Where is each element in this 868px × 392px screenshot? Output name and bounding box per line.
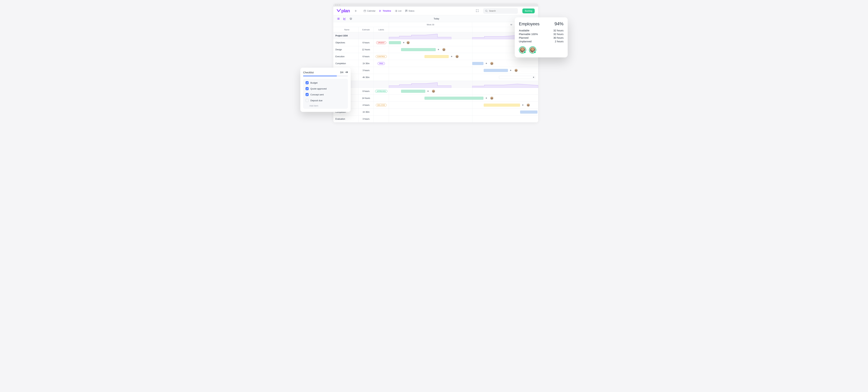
task-name: Execution [333, 53, 359, 60]
task-dot [403, 42, 404, 43]
task-label-cell: DELAYED [374, 102, 389, 108]
checklist-item-label: Deposit due [310, 99, 322, 102]
checkbox[interactable] [306, 81, 309, 84]
gantt-bar[interactable] [401, 90, 425, 93]
chart-icon[interactable] [343, 17, 346, 20]
assignee-avatar[interactable] [432, 89, 435, 93]
task-estimate: 1h 30m [359, 108, 374, 116]
gantt-bar[interactable] [520, 110, 537, 113]
gantt-bar[interactable] [499, 76, 535, 79]
task-estimate: 12 hours [359, 46, 374, 53]
gantt-bar[interactable] [389, 41, 401, 44]
employees-title: Employees [519, 22, 555, 26]
checklist-item[interactable]: Quote approved [305, 86, 346, 91]
employee-avatar[interactable] [529, 46, 536, 54]
status-icon [405, 10, 407, 12]
list-icon [395, 10, 397, 12]
employee-avatar[interactable] [519, 46, 526, 54]
svg-rect-3 [407, 10, 407, 11]
topbar: plan Calendar Timeline List Status [333, 7, 538, 15]
today-label: Today [352, 18, 521, 20]
assignee-avatar[interactable] [490, 96, 494, 100]
view-calendar[interactable]: Calendar [362, 9, 377, 13]
gantt-bar[interactable] [472, 62, 484, 65]
task-row[interactable]: Completion 1h 30m PRIO [333, 60, 538, 67]
col-estimate: Estimate [359, 27, 374, 32]
task-dot [522, 104, 523, 106]
task-estimate: 4 hours [359, 102, 374, 108]
project-row[interactable]: Project 1034 [333, 32, 538, 39]
arrow-right-icon[interactable] [345, 71, 348, 74]
task-row[interactable]: Completion 1h 30m [333, 108, 538, 116]
task-name: Completion [333, 60, 359, 67]
task-dot [486, 63, 487, 64]
employee-stat-row: Planned30 hours [519, 36, 563, 39]
backlog-button[interactable]: Backlog [522, 8, 535, 13]
col-labels: Labels [374, 27, 389, 32]
task-row[interactable]: Execution 6 hours CONTROL [333, 53, 538, 60]
list-view-icon[interactable] [337, 17, 340, 20]
task-dot [486, 97, 487, 99]
task-row[interactable]: Objectives 6 hours URGENT [333, 39, 538, 46]
stat-label: Available [519, 29, 529, 32]
svg-rect-0 [364, 10, 366, 12]
label-pill: URGENT [376, 41, 386, 44]
task-estimate: 3 hours [359, 116, 374, 122]
week-header: Week 30 W [333, 22, 538, 27]
gantt-bar[interactable] [401, 48, 436, 51]
assignee-avatar[interactable] [490, 62, 494, 65]
assignee-avatar[interactable] [455, 55, 459, 59]
search-input[interactable] [483, 8, 518, 14]
checklist-item[interactable]: Concept sent [305, 92, 346, 97]
fullscreen-icon[interactable] [476, 9, 479, 12]
svg-point-4 [486, 10, 487, 11]
add-checklist-item[interactable]: Add item [305, 104, 346, 107]
gantt-bar[interactable] [425, 55, 449, 58]
search-field[interactable] [489, 10, 516, 12]
gantt-bar[interactable] [425, 97, 484, 100]
svg-rect-1 [405, 10, 406, 12]
assignee-avatar[interactable] [406, 41, 410, 44]
task-estimate: 14 hours [359, 95, 374, 101]
checklist-item[interactable]: Budget [305, 80, 346, 85]
stat-label: Unplanned [519, 40, 532, 43]
layers-icon[interactable] [349, 17, 352, 20]
task-dot [451, 56, 452, 57]
assignee-avatar[interactable] [514, 68, 518, 72]
task-row[interactable]: 4 hours DELAYED [333, 102, 538, 108]
label-pill: PRIO [378, 62, 385, 65]
task-row[interactable]: 14 hours [333, 95, 538, 102]
task-label-cell: URGENT [374, 39, 389, 46]
checklist-item[interactable]: Deposit due [305, 98, 346, 103]
task-label-cell: CONTROL [374, 53, 389, 60]
project-row[interactable] [333, 81, 538, 88]
view-timeline[interactable]: Timeline [378, 9, 393, 13]
gantt-bar[interactable] [484, 103, 520, 107]
stat-value: 32 hours [553, 29, 563, 32]
view-list[interactable]: List [393, 9, 403, 13]
checkbox[interactable] [306, 93, 309, 96]
task-row[interactable]: Evaluation 3 hours [333, 116, 538, 123]
task-label-cell [374, 81, 389, 88]
col-name: Name [333, 27, 359, 32]
assignee-avatar[interactable] [526, 103, 530, 107]
task-name: Evaluation [333, 116, 359, 122]
add-button[interactable] [353, 9, 358, 13]
checklist-progress [303, 76, 348, 76]
checkbox[interactable] [306, 99, 309, 102]
stat-label: Plannable 100% [519, 33, 538, 36]
checklist-item-label: Quote approved [310, 88, 327, 90]
task-row[interactable]: 6 hours APPROVED [333, 88, 538, 95]
assignee-avatar[interactable] [442, 48, 446, 52]
task-estimate: 6 hours [359, 39, 374, 46]
view-status[interactable]: Status [403, 9, 416, 13]
task-row[interactable]: Design 12 hours [333, 46, 538, 53]
task-row[interactable]: 4h 30m [333, 74, 538, 81]
checkbox[interactable] [306, 87, 309, 90]
week-30-header: Week 30 [389, 22, 472, 27]
gantt-bar[interactable] [484, 69, 508, 72]
task-label-cell [374, 67, 389, 74]
stat-value: 30 hours [553, 36, 563, 39]
task-label-cell [374, 46, 389, 53]
task-row[interactable]: 3 hours [333, 67, 538, 74]
